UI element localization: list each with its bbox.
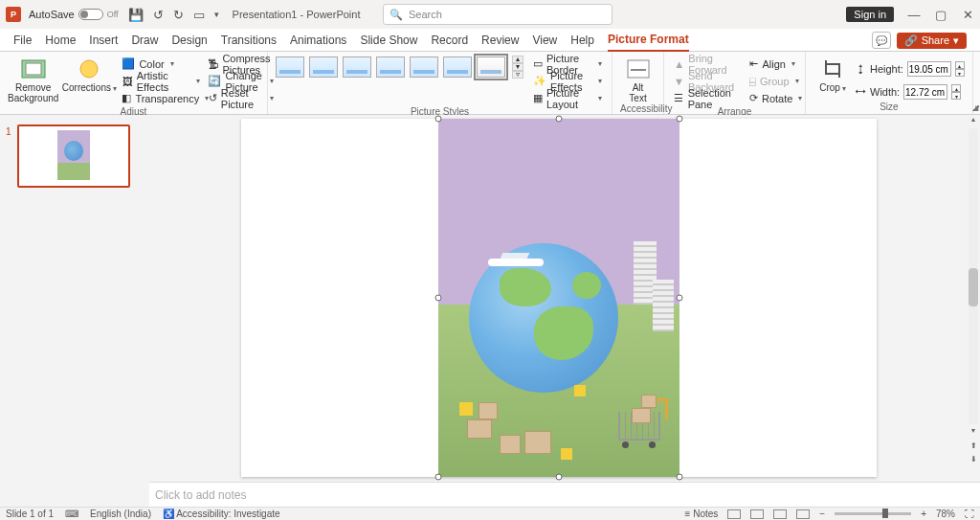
accessibility-status[interactable]: ♿ Accessibility: Investigate <box>163 509 280 519</box>
crop-label: Crop <box>819 82 846 94</box>
picture-layout-button[interactable]: ▦Picture Layout <box>531 90 604 106</box>
width-field[interactable]: ⭤ Width: ▴▾ <box>856 82 965 102</box>
tab-transitions[interactable]: Transitions <box>221 34 277 51</box>
search-icon: 🔍 <box>390 9 403 21</box>
selection-handle[interactable] <box>435 116 442 123</box>
style-thumb[interactable] <box>343 57 371 78</box>
artistic-icon: 🖼 <box>122 75 132 88</box>
styles-gallery[interactable]: ▴▾▿ <box>276 56 523 79</box>
width-spinner[interactable]: ▴▾ <box>951 84 961 100</box>
tab-picture-format[interactable]: Picture Format <box>608 33 689 52</box>
zoom-level[interactable]: 78% <box>936 509 955 519</box>
selection-handle[interactable] <box>677 474 683 481</box>
zoom-slider[interactable] <box>835 512 911 515</box>
tab-file[interactable]: File <box>13 34 32 51</box>
artistic-effects-button[interactable]: 🖼Artistic Effects <box>120 73 202 89</box>
signin-button[interactable]: Sign in <box>846 7 894 22</box>
reading-view-icon[interactable] <box>773 509 787 519</box>
spellcheck-icon[interactable]: ⌨ <box>65 509 78 519</box>
comments-icon[interactable]: 💬 <box>872 32 891 49</box>
tab-record[interactable]: Record <box>431 34 468 51</box>
border-icon: ▭ <box>533 57 543 71</box>
slide-indicator[interactable]: Slide 1 of 1 <box>6 509 54 519</box>
toggle-switch-icon[interactable] <box>78 9 103 20</box>
zoom-in-icon[interactable]: + <box>921 509 926 519</box>
slide-thumbnails-pane[interactable]: 1 <box>0 115 149 507</box>
selection-handle[interactable] <box>435 295 442 302</box>
undo-icon[interactable]: ↺ <box>153 8 164 22</box>
align-button[interactable]: ⇤Align <box>747 56 797 72</box>
height-label: Height: <box>870 63 903 75</box>
style-thumb[interactable] <box>276 57 304 78</box>
alt-text-button[interactable]: Alt Text <box>620 56 656 103</box>
redo-icon[interactable]: ↻ <box>173 8 184 22</box>
height-field[interactable]: ⭥ Height: ▴▾ <box>856 59 965 79</box>
qat-more-icon[interactable]: ▾ <box>214 10 219 19</box>
slide-area: ▴ ▾ ⬆ ⬇ Click to add notes <box>149 115 980 507</box>
search-box[interactable]: 🔍 Search <box>383 4 612 25</box>
inserted-picture[interactable] <box>438 119 679 477</box>
share-button[interactable]: 🔗 Share ▾ <box>897 33 967 49</box>
tab-view[interactable]: View <box>532 34 557 51</box>
selection-handle[interactable] <box>435 474 442 481</box>
tab-draw[interactable]: Draw <box>131 34 158 51</box>
restore-icon[interactable]: ▢ <box>934 8 947 22</box>
notes-pane[interactable]: Click to add notes <box>149 482 980 507</box>
tab-design[interactable]: Design <box>171 34 207 51</box>
style-thumb-selected[interactable] <box>477 57 505 78</box>
reset-icon: ↺ <box>208 92 216 105</box>
slide-canvas[interactable]: ▴ ▾ ⬆ ⬇ <box>149 115 980 482</box>
fit-to-window-icon[interactable]: ⛶ <box>965 509 974 519</box>
width-input[interactable] <box>903 84 947 100</box>
svg-rect-4 <box>631 69 646 71</box>
selection-pane-button[interactable]: ☰Selection Pane <box>672 90 744 106</box>
tab-slide-show[interactable]: Slide Show <box>360 34 417 51</box>
style-thumb[interactable] <box>376 57 405 78</box>
gallery-scroll[interactable]: ▴▾▿ <box>512 56 523 79</box>
zoom-out-icon[interactable]: − <box>819 509 825 519</box>
close-icon[interactable]: ✕ <box>961 8 974 22</box>
autosave-toggle[interactable]: AutoSave Off <box>29 9 119 20</box>
height-icon: ⭥ <box>856 63 866 75</box>
present-icon[interactable]: ▭ <box>193 8 205 22</box>
effects-icon: ✨ <box>533 75 546 88</box>
tab-help[interactable]: Help <box>570 34 594 51</box>
selection-handle[interactable] <box>556 474 563 481</box>
sorter-view-icon[interactable] <box>750 509 764 519</box>
transparency-button[interactable]: ◧Transparency <box>120 90 202 106</box>
tab-review[interactable]: Review <box>481 34 519 51</box>
selection-handle[interactable] <box>556 116 563 123</box>
group-accessibility: Alt Text Accessibility ◢ <box>612 52 664 114</box>
style-thumb[interactable] <box>443 57 472 78</box>
rotate-button[interactable]: ⟳Rotate <box>747 90 797 106</box>
group-size: Crop ⭥ Height: ▴▾ ⭤ Width: ▴▾ Size ◢ <box>806 52 973 114</box>
language-indicator[interactable]: English (India) <box>90 509 151 519</box>
save-icon[interactable]: 💾 <box>128 8 144 22</box>
tab-insert[interactable]: Insert <box>89 34 118 51</box>
send-backward-icon: ▼ <box>674 75 684 88</box>
style-thumb[interactable] <box>309 57 338 78</box>
rotate-label: Rotate <box>762 93 792 104</box>
size-dialog-launcher-icon[interactable]: ◢ <box>972 103 978 112</box>
vertical-scrollbar[interactable]: ▴ ▾ ⬆ ⬇ <box>967 115 980 482</box>
remove-background-button[interactable]: Remove Background <box>8 56 58 103</box>
slide-thumbnail-1[interactable]: 1 <box>17 124 130 188</box>
tab-animations[interactable]: Animations <box>290 34 346 51</box>
selection-handle[interactable] <box>677 116 683 123</box>
tab-home[interactable]: Home <box>45 34 76 51</box>
scrollbar-thumb[interactable] <box>969 268 978 306</box>
selection-pane-icon: ☰ <box>674 92 684 105</box>
height-spinner[interactable]: ▴▾ <box>955 61 965 77</box>
group-adjust: Remove Background Corrections 🟦Color 🖼Ar… <box>0 52 268 114</box>
selection-handle[interactable] <box>677 295 683 302</box>
slideshow-view-icon[interactable] <box>796 509 810 519</box>
slide[interactable] <box>241 119 877 477</box>
style-thumb[interactable] <box>410 57 438 78</box>
reset-picture-button[interactable]: ↺Reset Picture <box>206 90 275 106</box>
height-input[interactable] <box>907 61 951 77</box>
crop-button[interactable]: Crop <box>813 56 852 94</box>
notes-toggle[interactable]: ≡ Notes <box>685 509 719 519</box>
corrections-button[interactable]: Corrections <box>62 56 116 94</box>
normal-view-icon[interactable] <box>727 509 741 519</box>
minimize-icon[interactable]: — <box>907 8 921 22</box>
